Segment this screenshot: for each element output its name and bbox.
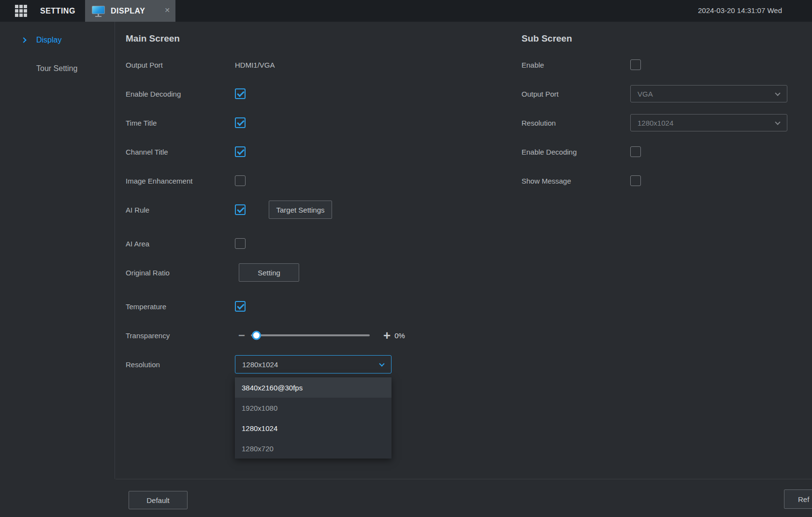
sidebar-item-tour-setting[interactable]: Tour Setting [0,54,115,83]
transparency-slider-track[interactable] [251,334,370,336]
sub-output-port-value: VGA [638,90,653,98]
transparency-slider: − + 0% [235,330,405,340]
refresh-button[interactable]: Ref [784,489,812,509]
main-screen-title: Main Screen [126,32,512,45]
ai-rule-checkbox[interactable] [235,204,246,215]
dropdown-option[interactable]: 1280x720 [235,438,392,459]
sub-show-message-label: Show Message [522,177,630,185]
target-settings-button[interactable]: Target Settings [269,201,332,219]
transparency-value: 0% [394,331,405,340]
image-enhancement-label: Image Enhancement [126,177,235,185]
sub-resolution-label: Resolution [522,119,630,127]
setting-button[interactable]: Setting [239,263,299,282]
enable-decoding-row: Enable Decoding [126,79,512,108]
sub-show-message-row: Show Message [522,166,802,195]
sidebar: Display Tour Setting [0,22,115,479]
plus-icon[interactable]: + [383,330,391,340]
sidebar-item-label: Tour Setting [36,64,77,73]
ai-rule-row: AI Rule Target Settings [126,195,512,224]
monitor-icon [92,6,105,16]
sidebar-item-display[interactable]: Display [0,26,115,54]
sidebar-item-label: Display [36,36,61,44]
enable-decoding-checkbox[interactable] [235,88,246,99]
enable-decoding-label: Enable Decoding [126,90,235,98]
image-enhancement-row: Image Enhancement [126,166,512,195]
timestamp: 2024-03-20 14:31:07 Wed [698,6,782,14]
chevron-down-icon [775,90,780,96]
original-ratio-row: Original Ratio Setting [126,258,512,287]
time-title-label: Time Title [126,119,235,127]
dropdown-option[interactable]: 3840x2160@30fps [235,377,392,398]
ai-rule-label: AI Rule [126,206,235,214]
sub-resolution-row: Resolution 1280x1024 [522,108,802,137]
footer-divider [116,479,812,479]
default-button[interactable]: Default [129,491,188,509]
resolution-label: Resolution [126,360,235,369]
transparency-label: Transparency [126,331,235,340]
sub-enable-label: Enable [522,61,630,69]
sub-enable-decoding-checkbox[interactable] [630,146,641,157]
transparency-slider-handle[interactable] [252,331,261,340]
original-ratio-label: Original Ratio [126,269,235,277]
resolution-row: Resolution 1280x1024 3840x2160@30fps 192… [126,350,512,379]
ai-area-checkbox[interactable] [235,238,246,249]
image-enhancement-checkbox[interactable] [235,175,246,186]
sub-screen-title: Sub Screen [522,32,802,45]
temperature-row: Temperature [126,292,512,321]
chevron-down-icon [775,119,780,125]
app-title: SETTING [40,7,75,15]
resolution-dropdown-menu: 3840x2160@30fps 1920x1080 1280x1024 1280… [235,377,392,459]
temperature-label: Temperature [126,302,235,311]
channel-title-checkbox[interactable] [235,146,246,157]
sub-resolution-select[interactable]: 1280x1024 [630,114,787,131]
close-icon[interactable]: ✕ [164,6,170,14]
sub-screen-section: Sub Screen Enable Output Port VGA Resolu… [522,32,802,195]
temperature-checkbox[interactable] [235,301,246,312]
output-port-label: Output Port [126,61,235,69]
apps-grid-icon[interactable] [15,5,28,17]
main-screen-section: Main Screen Output Port HDMI1/VGA Enable… [126,32,512,379]
ai-area-row: AI Area [126,229,512,258]
tab-display[interactable]: DISPLAY ✕ [85,0,175,22]
top-bar: SETTING DISPLAY ✕ 2024-03-20 14:31:07 We… [0,0,812,22]
channel-title-row: Channel Title [126,137,512,166]
sub-resolution-value: 1280x1024 [638,119,673,127]
sub-show-message-checkbox[interactable] [630,175,641,186]
chevron-right-icon [21,37,26,43]
resolution-selected-value: 1280x1024 [242,360,278,369]
sub-output-port-select[interactable]: VGA [630,85,787,102]
channel-title-label: Channel Title [126,148,235,156]
transparency-row: Transparency − + 0% [126,321,512,350]
sub-output-port-row: Output Port VGA [522,79,802,108]
sub-enable-row: Enable [522,50,802,79]
tab-label: DISPLAY [111,7,145,15]
sub-enable-decoding-label: Enable Decoding [522,148,630,156]
dropdown-option[interactable]: 1920x1080 [235,398,392,418]
minus-icon[interactable]: − [238,330,245,340]
time-title-row: Time Title [126,108,512,137]
resolution-select[interactable]: 1280x1024 [235,355,392,373]
sub-output-port-label: Output Port [522,90,630,98]
output-port-row: Output Port HDMI1/VGA [126,50,512,79]
output-port-value: HDMI1/VGA [235,61,275,69]
dropdown-option[interactable]: 1280x1024 [235,418,392,438]
time-title-checkbox[interactable] [235,117,246,128]
chevron-down-icon [379,361,384,366]
resolution-select-wrap: 1280x1024 3840x2160@30fps 1920x1080 1280… [235,355,392,373]
ai-area-label: AI Area [126,240,235,248]
sub-enable-decoding-row: Enable Decoding [522,137,802,166]
sub-enable-checkbox[interactable] [630,59,641,70]
